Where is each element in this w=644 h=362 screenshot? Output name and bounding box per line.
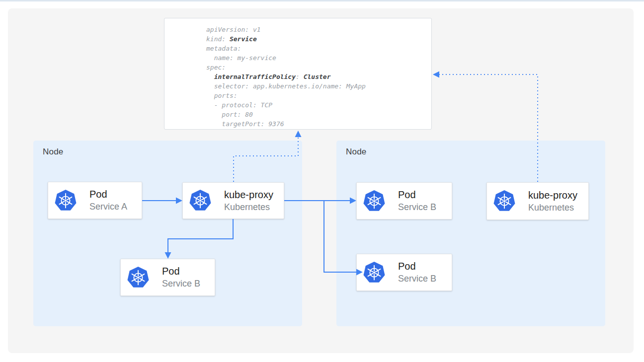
kubernetes-icon (363, 261, 386, 284)
yaml-line: ports: (206, 91, 431, 100)
card-title: kube-proxy (224, 188, 273, 201)
yaml-line: metadata: (206, 44, 431, 53)
card-title: kube-proxy (528, 189, 577, 202)
yaml-line: targetPort: 9376 (206, 119, 431, 129)
card-title: Pod (398, 260, 436, 273)
service-yaml-card: apiVersion: v1 kind: Service metadata: n… (164, 18, 432, 130)
yaml-line: internalTrafficPolicy: Cluster (206, 72, 431, 81)
yaml-line: - protocol: TCP (206, 100, 431, 110)
card-pod-service-b-left: Pod Service B (120, 259, 215, 296)
yaml-line: spec: (206, 63, 431, 72)
yaml-line: kind: Service (206, 34, 431, 44)
card-title: Pod (398, 188, 436, 201)
kubernetes-icon (189, 189, 212, 212)
card-pod-service-b-bottom-right: Pod Service B (356, 254, 452, 291)
card-title: Pod (89, 188, 127, 201)
yaml-line: selector: app.kubernetes.io/name: MyApp (206, 81, 431, 91)
node-label: Node (43, 147, 63, 157)
card-pod-service-b-top-right: Pod Service B (356, 182, 452, 219)
node-box-right: Node (336, 141, 605, 326)
kubernetes-icon (54, 189, 77, 212)
kubernetes-icon (127, 266, 150, 289)
yaml-line: apiVersion: v1 (206, 25, 431, 34)
node-box-left: Node (33, 141, 302, 326)
card-subtitle: Kubernetes (224, 201, 273, 214)
card-subtitle: Kubernetes (528, 202, 577, 214)
top-accent-line (0, 0, 644, 1)
card-subtitle: Service B (398, 201, 436, 214)
yaml-line: port: 80 (206, 110, 431, 119)
card-subtitle: Service B (162, 278, 200, 290)
kubernetes-icon (363, 190, 386, 213)
card-subtitle: Service A (89, 201, 127, 213)
card-kube-proxy-right: kube-proxy Kubernetes (486, 182, 589, 220)
diagram-canvas: Node Node apiVersion: v1 kind: Service m… (0, 0, 644, 362)
card-subtitle: Service B (398, 273, 436, 285)
yaml-line: name: my-service (206, 53, 431, 63)
card-kube-proxy-left: kube-proxy Kubernetes (182, 182, 284, 219)
card-pod-service-a: Pod Service A (48, 182, 142, 219)
node-label: Node (346, 147, 366, 157)
card-title: Pod (162, 265, 200, 278)
kubernetes-icon (493, 190, 516, 213)
